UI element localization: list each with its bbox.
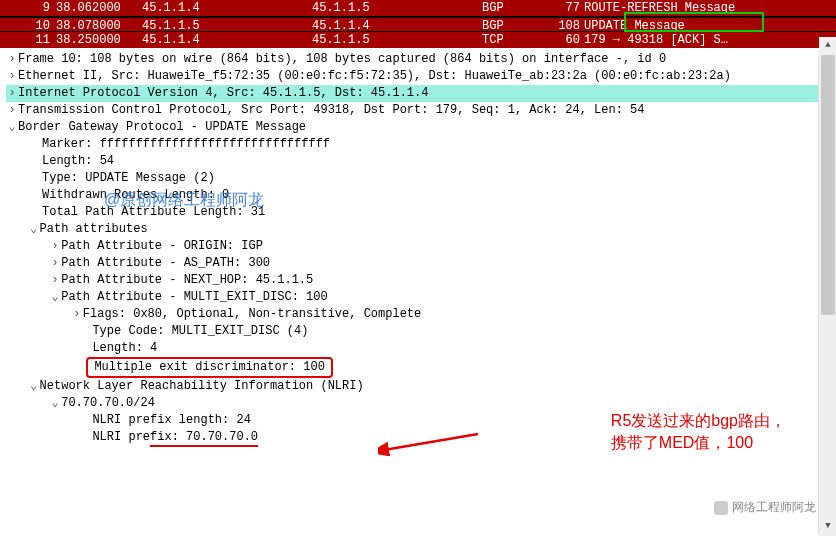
col-proto: TCP [482,32,554,48]
tree-leaf[interactable]: NLRI prefix: 70.70.70.0 [6,429,836,446]
tree-leaf[interactable]: Marker: ffffffffffffffffffffffffffffffff [6,136,836,153]
tree-item[interactable]: ›Frame 10: 108 bytes on wire (864 bits),… [6,51,836,68]
tree-leaf[interactable]: Length: 4 [6,340,836,357]
col-dst: 45.1.1.5 [312,32,482,48]
tree-item[interactable]: ›Path Attribute - ORIGIN: IGP [6,238,836,255]
tree-item[interactable]: ⌄Border Gateway Protocol - UPDATE Messag… [6,119,836,136]
scroll-thumb[interactable] [821,55,835,315]
wechat-icon [714,501,728,515]
tree-item[interactable]: ›Transmission Control Protocol, Src Port… [6,102,836,119]
tree-item[interactable]: ⌄70.70.70.0/24 [6,395,836,412]
scroll-down-button[interactable]: ▼ [819,518,836,536]
tree-leaf[interactable]: NLRI prefix length: 24 [6,412,836,429]
packet-list: 9 38.062000 45.1.1.4 45.1.1.5 BGP 77 ROU… [0,0,836,48]
tree-leaf[interactable]: Length: 54 [6,153,836,170]
col-dst: 45.1.1.5 [312,0,482,16]
expand-icon[interactable]: › [49,255,61,272]
col-time: 38.250000 [56,32,142,48]
col-time: 38.062000 [56,0,142,16]
col-dst: 45.1.1.4 [312,18,482,31]
col-len: 77 [554,0,584,16]
tree-leaf[interactable]: Type Code: MULTI_EXIT_DISC (4) [6,323,836,340]
scroll-up-button[interactable]: ▲ [819,37,836,55]
col-len: 108 [554,18,584,31]
packet-row[interactable]: 9 38.062000 45.1.1.4 45.1.1.5 BGP 77 ROU… [0,0,836,16]
tree-item[interactable]: ⌄Path Attribute - MULTI_EXIT_DISC: 100 [6,289,836,306]
tree-leaf[interactable]: Type: UPDATE Message (2) [6,170,836,187]
collapse-icon[interactable]: ⌄ [6,119,18,136]
col-len: 60 [554,32,584,48]
col-src: 45.1.1.5 [142,18,312,31]
packet-row-selected[interactable]: 10 38.078000 45.1.1.5 45.1.1.4 BGP 108 U… [0,16,836,32]
expand-icon[interactable]: › [6,85,18,102]
col-info: UPDATE Message [584,18,836,31]
col-src: 45.1.1.4 [142,32,312,48]
collapse-icon[interactable]: ⌄ [49,395,61,412]
expand-icon[interactable]: › [6,102,18,119]
tree-item[interactable]: ⌄Network Layer Reachability Information … [6,378,836,395]
tree-leaf[interactable]: Withdrawn Routes Length: 0 [6,187,836,204]
col-src: 45.1.1.4 [142,0,312,16]
col-no: 9 [8,0,56,16]
collapse-icon[interactable]: ⌄ [28,221,40,238]
tree-item[interactable]: ›Flags: 0x80, Optional, Non-transitive, … [6,306,836,323]
col-proto: BGP [482,18,554,31]
tree-leaf[interactable]: Total Path Attribute Length: 31 [6,204,836,221]
expand-icon[interactable]: › [49,238,61,255]
packet-details: ›Frame 10: 108 bytes on wire (864 bits),… [0,48,836,446]
wechat-credit: 网络工程师阿龙 [714,499,816,516]
col-no: 10 [8,18,56,31]
col-info: ROUTE-REFRESH Message [584,0,836,16]
tree-item[interactable]: ›Path Attribute - AS_PATH: 300 [6,255,836,272]
expand-icon[interactable]: › [49,272,61,289]
expand-icon[interactable]: › [6,68,18,85]
expand-icon[interactable]: › [71,306,83,323]
scrollbar[interactable]: ▲ ▼ [818,55,836,535]
collapse-icon[interactable]: ⌄ [49,289,61,306]
tree-item[interactable]: ⌄Path attributes [6,221,836,238]
col-time: 38.078000 [56,18,142,31]
collapse-icon[interactable]: ⌄ [28,378,40,395]
underline-red: fix: 70.70.70.0 [150,430,258,447]
tree-item-highlight[interactable]: ›Internet Protocol Version 4, Src: 45.1.… [6,85,836,102]
col-proto: BGP [482,0,554,16]
col-no: 11 [8,32,56,48]
tree-leaf-med[interactable]: Multiple exit discriminator: 100 [6,357,836,378]
tree-item[interactable]: ›Ethernet II, Src: HuaweiTe_f5:72:35 (00… [6,68,836,85]
col-info: 179 → 49318 [ACK] S… [584,32,836,48]
tree-item[interactable]: ›Path Attribute - NEXT_HOP: 45.1.1.5 [6,272,836,289]
packet-row[interactable]: 11 38.250000 45.1.1.4 45.1.1.5 TCP 60 17… [0,32,836,48]
annotation-box-red: Multiple exit discriminator: 100 [86,357,332,378]
expand-icon[interactable]: › [6,51,18,68]
